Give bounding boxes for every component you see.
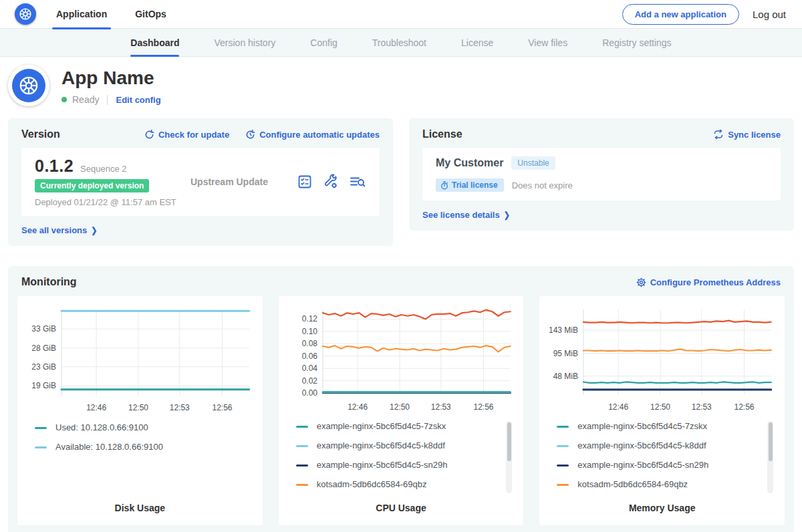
svg-text:12:56: 12:56 — [473, 402, 493, 412]
svg-text:12:53: 12:53 — [431, 402, 451, 412]
legend-item: kotsadm-5db6dc6584-69qbz — [296, 479, 500, 490]
see-license-details-link[interactable]: See license details ❯ — [422, 210, 510, 220]
channel-badge: Unstable — [511, 156, 555, 170]
svg-text:0.10: 0.10 — [301, 327, 317, 336]
subnav-item-registry-settings[interactable]: Registry settings — [602, 29, 671, 56]
config-wrench-icon[interactable] — [323, 174, 339, 190]
configure-automatic-updates-link[interactable]: Configure automatic updates — [245, 130, 380, 140]
svg-text:28 GiB: 28 GiB — [31, 344, 56, 353]
legend-scrollbar-track — [506, 421, 512, 493]
svg-text:12:53: 12:53 — [170, 403, 190, 412]
legend-scrollbar-thumb[interactable] — [769, 422, 773, 461]
version-number: 0.1.2 — [35, 156, 74, 176]
svg-text:12:56: 12:56 — [213, 403, 233, 412]
memory-usage-card: 12:4612:5012:5312:56143 MiB95 MiB48 MiBe… — [539, 296, 785, 525]
svg-text:0.06: 0.06 — [301, 352, 317, 361]
currently-deployed-badge: Currently deployed version — [35, 179, 149, 192]
legend-label: example-nginx-5bc6f5d4c5-7zskx — [577, 421, 707, 432]
logout-button[interactable]: Log out — [753, 9, 786, 20]
svg-text:12:56: 12:56 — [734, 402, 755, 412]
legend-label: Used: 10.128.0.66:9100 — [55, 422, 148, 433]
legend-item: Used: 10.128.0.66:9100 — [35, 422, 239, 433]
refresh-icon — [144, 130, 154, 140]
legend-item: example-nginx-5bc6f5d4c5-k8ddf — [296, 440, 500, 451]
subnav-item-version-history[interactable]: Version history — [214, 29, 275, 56]
subnav-item-troubleshoot[interactable]: Troubleshoot — [372, 29, 426, 56]
legend-item: example-nginx-5bc6f5d4c5-7zskx — [557, 421, 761, 432]
add-new-application-button[interactable]: Add a new application — [622, 4, 739, 25]
svg-text:12:53: 12:53 — [692, 402, 712, 412]
subnav-item-license[interactable]: License — [461, 29, 493, 56]
license-card: License Sync license My Customer Unstabl… — [409, 118, 794, 231]
auto-update-clock-icon — [245, 130, 255, 140]
kubernetes-app-icon — [12, 69, 45, 102]
app-status-label: Ready — [72, 94, 99, 105]
license-card-title: License — [422, 128, 462, 140]
subnav-item-config[interactable]: Config — [310, 29, 337, 56]
top-tab-application[interactable]: Application — [56, 0, 107, 29]
legend-item: example-nginx-5bc6f5d4c5-7zskx — [296, 421, 500, 432]
memory-usage-chart: 12:4612:5012:5312:56143 MiB95 MiB48 MiB — [549, 304, 775, 414]
edit-config-link[interactable]: Edit config — [116, 95, 160, 105]
gear-icon — [636, 277, 646, 287]
legend-swatch — [35, 427, 47, 429]
svg-text:0.12: 0.12 — [301, 314, 317, 323]
legend-swatch — [296, 484, 308, 486]
disk-usage-title: Disk Usage — [27, 499, 253, 519]
legend-label: example-nginx-5bc6f5d4c5-sn29h — [317, 460, 448, 471]
cpu-usage-legend: example-nginx-5bc6f5d4c5-7zskxexample-ng… — [288, 421, 515, 499]
top-tab-gitops[interactable]: GitOps — [135, 0, 166, 29]
legend-swatch — [296, 445, 308, 447]
svg-text:19 GiB: 19 GiB — [31, 381, 56, 390]
sync-arrows-icon — [713, 130, 724, 139]
svg-text:12:50: 12:50 — [390, 402, 410, 412]
svg-text:23 GiB: 23 GiB — [31, 362, 56, 372]
legend-label: example-nginx-5bc6f5d4c5-k8ddf — [577, 440, 706, 451]
sync-license-link[interactable]: Sync license — [713, 130, 781, 140]
subnav-item-dashboard[interactable]: Dashboard — [130, 29, 179, 56]
legend-scrollbar-thumb[interactable] — [507, 422, 511, 461]
memory-usage-title: Memory Usage — [549, 499, 775, 519]
check-for-update-link[interactable]: Check for update — [144, 130, 229, 140]
version-card: Version Check for update Configure autom… — [8, 118, 393, 246]
customer-name: My Customer — [436, 157, 503, 169]
monitoring-section: Monitoring Configure Prometheus Address … — [8, 266, 794, 532]
monitoring-title: Monitoring — [21, 276, 77, 288]
legend-item: example-nginx-5bc6f5d4c5-k8ddf — [557, 440, 761, 451]
ready-status-dot — [61, 97, 67, 102]
page-title: App Name — [61, 68, 161, 89]
svg-text:0.08: 0.08 — [301, 339, 317, 348]
version-card-title: Version — [21, 128, 60, 140]
deploy-logs-icon[interactable] — [349, 174, 366, 190]
subnav-item-view-files[interactable]: View files — [528, 29, 567, 56]
app-header: App Name Ready Edit config — [0, 57, 802, 117]
legend-label: example-nginx-5bc6f5d4c5-sn29h — [577, 460, 708, 471]
legend-label: example-nginx-5bc6f5d4c5-7zskx — [317, 421, 446, 432]
current-version-card: 0.1.2 Sequence 2 Currently deployed vers… — [21, 148, 380, 216]
legend-swatch — [557, 464, 569, 467]
legend-swatch — [557, 484, 569, 486]
legend-item: Available: 10.128.0.66:9100 — [35, 442, 239, 452]
disk-usage-card: 12:4612:5012:5312:5633 GiB28 GiB23 GiB19… — [17, 296, 263, 525]
svg-text:95 MiB: 95 MiB — [553, 349, 578, 358]
upstream-update-label: Upstream Update — [172, 176, 297, 187]
svg-text:12:46: 12:46 — [609, 402, 629, 412]
preflight-checks-icon[interactable] — [297, 174, 313, 190]
configure-prometheus-link[interactable]: Configure Prometheus Address — [636, 277, 781, 287]
license-expiry-label: Does not expire — [512, 180, 573, 190]
svg-text:0.04: 0.04 — [301, 364, 317, 373]
disk-usage-chart: 12:4612:5012:5312:5633 GiB28 GiB23 GiB19… — [27, 304, 253, 416]
legend-label: kotsadm-5db6dc6584-69qbz — [317, 479, 427, 490]
svg-text:48 MiB: 48 MiB — [553, 372, 578, 381]
summary-cards-row: Version Check for update Configure autom… — [0, 117, 802, 246]
sequence-label: Sequence 2 — [80, 164, 126, 174]
top-navbar: ApplicationGitOps Add a new application … — [0, 0, 802, 29]
legend-item: kotsadm-5db6dc6584-69qbz — [557, 479, 761, 490]
legend-item: example-nginx-5bc6f5d4c5-sn29h — [296, 460, 500, 471]
app-subnav: DashboardVersion historyConfigTroublesho… — [0, 29, 802, 57]
chevron-right-icon: ❯ — [91, 225, 97, 235]
legend-swatch — [296, 426, 308, 428]
top-tabs: ApplicationGitOps — [56, 0, 194, 29]
see-all-versions-link[interactable]: See all versions ❯ — [21, 225, 98, 235]
disk-usage-legend: Used: 10.128.0.66:9100Available: 10.128.… — [27, 422, 253, 499]
